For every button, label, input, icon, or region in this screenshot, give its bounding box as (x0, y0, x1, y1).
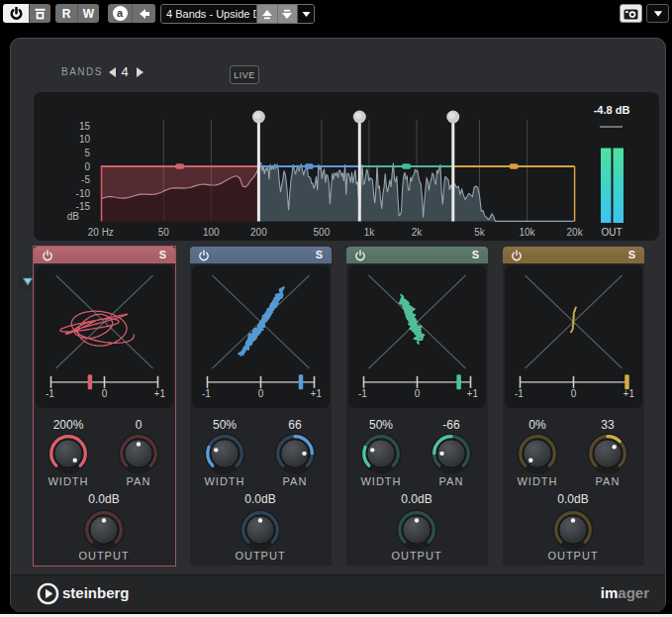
pan-label: PAN (417, 475, 486, 487)
brand-name: steinberg (62, 584, 130, 601)
band-power-icon[interactable] (42, 250, 53, 261)
output-knob[interactable] (394, 507, 439, 553)
svg-text:-4.8 dB: -4.8 dB (594, 104, 630, 116)
svg-text:0: 0 (84, 161, 90, 172)
width-label: WIDTH (503, 475, 572, 487)
preset-spinner (256, 5, 297, 23)
output-label: OUTPUT (538, 550, 608, 562)
spectrum-display: 20 Hz501002005001k2k5k10k20k151050-5-10-… (34, 92, 659, 241)
plugin-window: BANDS 4 LIVE 20 Hz501002005001k2k5k10k20… (10, 38, 666, 612)
output-knob[interactable] (81, 507, 127, 553)
plugin-power-button[interactable] (3, 4, 29, 23)
vectorscope-canvas (36, 265, 173, 408)
svg-text:OUT: OUT (601, 227, 622, 238)
svg-text:dB: dB (67, 211, 80, 222)
ab-compare-button[interactable]: a (108, 4, 132, 23)
band-solo-button[interactable]: S (316, 249, 323, 260)
svg-text:20 Hz: 20 Hz (88, 227, 114, 238)
svg-text:1k: 1k (364, 227, 376, 238)
width-label: WIDTH (34, 475, 103, 487)
pan-knob[interactable] (272, 431, 318, 476)
triangle-down-icon (281, 9, 293, 20)
bands-label: BANDS (61, 66, 103, 77)
correlation-mid-label: 0 (192, 388, 330, 399)
preset-next-button[interactable] (277, 5, 298, 23)
svg-text:2k: 2k (412, 227, 424, 238)
bands-count-value: 4 (116, 64, 134, 79)
band-solo-button[interactable]: S (159, 249, 166, 260)
svg-text:15: 15 (79, 121, 91, 132)
width-knob[interactable] (358, 431, 404, 476)
dropdown-caret-icon (653, 10, 663, 18)
svg-text:20k: 20k (567, 227, 584, 238)
pan-knob[interactable] (116, 431, 161, 476)
output-label: OUTPUT (382, 550, 451, 562)
band-panel: S -1 0 +1 50% 66 WIDTH PAN 0.0dB OUTPUT (190, 247, 332, 566)
correlation-mid-label: 0 (505, 388, 642, 399)
width-value: 50% (346, 418, 416, 432)
preset-selector: 4 Bands - Upside Down (160, 4, 315, 24)
triangle-up-icon (261, 9, 273, 20)
vectorscope-canvas (348, 265, 486, 408)
band-header: S (190, 247, 332, 263)
correlation-max-label: +1 (624, 388, 634, 399)
spectrum-canvas[interactable]: 20 Hz501002005001k2k5k10k20k151050-5-10-… (34, 92, 659, 241)
band-power-icon[interactable] (198, 250, 210, 261)
svg-text:10k: 10k (519, 227, 535, 238)
band-solo-button[interactable]: S (472, 249, 479, 260)
pan-value: 0 (104, 418, 173, 432)
live-button[interactable]: LIVE (230, 65, 259, 84)
svg-text:-5: -5 (81, 174, 90, 185)
width-label: WIDTH (190, 475, 259, 487)
band-header: S (346, 247, 488, 263)
product-name-bold: im (601, 584, 619, 601)
vectorscope: -1 0 +1 (192, 265, 330, 408)
pan-label: PAN (260, 475, 330, 487)
bypass-icon (34, 7, 47, 20)
write-automation-button[interactable]: W (77, 4, 99, 23)
product-name-rest: ager (618, 584, 649, 601)
correlation-max-label: +1 (467, 388, 478, 399)
pan-label: PAN (104, 475, 173, 487)
output-value: 0.0dB (69, 492, 139, 506)
copy-a-to-b-button[interactable] (132, 4, 155, 23)
band-solo-button[interactable]: S (628, 249, 635, 260)
bands-increment-button[interactable] (137, 67, 144, 77)
bypass-button[interactable] (29, 4, 50, 23)
preset-prev-button[interactable] (257, 5, 277, 23)
preset-menu-button[interactable] (297, 5, 314, 23)
width-knob[interactable] (515, 431, 560, 476)
window-menu-button[interactable] (646, 4, 669, 23)
width-label: WIDTH (346, 475, 416, 487)
band-power-icon[interactable] (354, 250, 366, 261)
preset-name-field[interactable]: 4 Bands - Upside Down (161, 5, 256, 23)
svg-text:50: 50 (158, 227, 170, 238)
svg-text:500: 500 (314, 227, 331, 238)
output-value: 0.0dB (382, 492, 451, 506)
pan-knob[interactable] (429, 431, 474, 476)
dropdown-caret-icon (302, 11, 311, 18)
steinberg-logo-icon (37, 582, 59, 605)
band-power-icon[interactable] (511, 250, 523, 261)
top-toolbar: R W a 4 Bands - Upside Down (0, 0, 672, 31)
output-knob[interactable] (238, 507, 283, 553)
read-automation-button[interactable]: R (55, 4, 77, 23)
pan-knob[interactable] (585, 431, 630, 476)
correlation-mid-label: 0 (348, 388, 486, 399)
vectorscope-canvas (192, 265, 330, 408)
width-value: 200% (34, 418, 103, 432)
svg-text:200: 200 (250, 227, 267, 238)
width-value: 50% (190, 418, 259, 432)
band-panel: S -1 0 +1 50% -66 WIDTH PAN 0.0dB OUTPUT (346, 247, 488, 566)
svg-text:-10: -10 (76, 188, 91, 199)
svg-text:5: 5 (84, 148, 90, 158)
bands-decrement-button[interactable] (109, 67, 116, 77)
vectorscope: -1 0 +1 (348, 265, 486, 408)
output-knob[interactable] (550, 507, 596, 553)
vectorscope-canvas (505, 265, 642, 408)
product-name: imager (601, 584, 649, 601)
width-knob[interactable] (46, 431, 91, 476)
snapshot-button[interactable] (620, 4, 642, 23)
width-knob[interactable] (202, 431, 247, 476)
vectorscope: -1 0 +1 (36, 265, 173, 408)
